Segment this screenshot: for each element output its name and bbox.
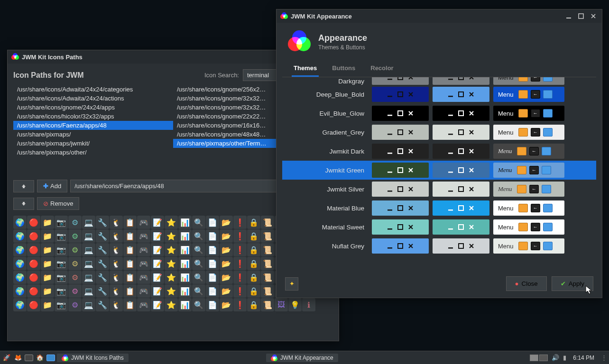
icon-cell[interactable]: 🌍: [13, 271, 27, 284]
move-up-button[interactable]: [13, 180, 34, 192]
icon-cell[interactable]: ⭐: [165, 243, 178, 256]
path-input[interactable]: [70, 180, 288, 192]
theme-row[interactable]: Jwmkit Silver Menu ←: [282, 180, 596, 199]
icon-cell[interactable]: 📂: [220, 243, 233, 256]
icon-cell[interactable]: 📄: [206, 284, 219, 298]
icon-cell[interactable]: ❗: [233, 243, 247, 256]
icon-cell[interactable]: ⚙: [68, 216, 82, 229]
icon-cell[interactable]: ⭐: [165, 229, 178, 243]
start-menu-icon[interactable]: 🚀: [2, 353, 11, 363]
icon-cell[interactable]: 🔧: [96, 229, 109, 243]
icon-cell[interactable]: 💻: [82, 243, 95, 256]
icon-cell[interactable]: 💻: [82, 271, 95, 284]
icon-cell[interactable]: 📊: [178, 271, 192, 284]
show-desktop-icon[interactable]: [46, 355, 55, 361]
icon-cell[interactable]: 📝: [151, 284, 164, 298]
icon-cell[interactable]: 📜: [261, 229, 274, 243]
icon-cell[interactable]: 📝: [151, 229, 164, 243]
icon-cell[interactable]: 📜: [261, 243, 274, 256]
taskbar-item-icons-paths[interactable]: JWM Kit Icons Paths: [57, 354, 129, 362]
icon-cell[interactable]: 📁: [41, 298, 54, 311]
clock[interactable]: 6:14 PM: [570, 355, 597, 361]
icon-cell[interactable]: 📜: [261, 216, 274, 229]
path-item[interactable]: /usr/share/icons/Adwaita/24x24/actions: [13, 94, 173, 103]
icon-cell[interactable]: 📜: [261, 298, 274, 311]
icon-cell[interactable]: 🎮: [137, 271, 150, 284]
theme-row[interactable]: Material Sweet Menu ←: [282, 218, 596, 237]
battery-icon[interactable]: ▮: [563, 354, 566, 361]
icon-cell[interactable]: 🔧: [96, 243, 109, 256]
icon-cell[interactable]: 📁: [41, 229, 54, 243]
path-item[interactable]: /usr/share/icons/Adwaita/24x24/categorie…: [13, 85, 173, 94]
icon-cell[interactable]: 🔧: [96, 216, 109, 229]
theme-row[interactable]: Nuflat Grey Menu ←: [282, 237, 596, 255]
icon-cell[interactable]: 📊: [178, 229, 192, 243]
icon-cell[interactable]: 🎮: [137, 257, 150, 270]
icon-cell[interactable]: 🌍: [13, 298, 27, 311]
icon-cell[interactable]: 📷: [55, 257, 68, 270]
icon-cell[interactable]: 🔴: [27, 257, 40, 270]
icon-cell[interactable]: 🔍: [192, 271, 205, 284]
icon-cell[interactable]: 🔍: [192, 284, 205, 298]
icon-cell[interactable]: 📄: [206, 257, 219, 270]
icon-paths-list-left[interactable]: /usr/share/icons/Adwaita/24x24/categorie…: [13, 85, 173, 175]
tab-buttons[interactable]: Buttons: [330, 61, 357, 77]
icon-cell[interactable]: ❗: [233, 216, 247, 229]
theme-row[interactable]: Deep_Blue_Bold Menu ←: [282, 85, 596, 104]
icon-cell[interactable]: 🐧: [110, 271, 123, 284]
icon-cell[interactable]: 📊: [178, 216, 192, 229]
icon-cell[interactable]: ⭐: [165, 284, 178, 298]
theme-row[interactable]: Jwmkit Green Menu ←: [282, 161, 596, 180]
icon-cell[interactable]: 📄: [206, 229, 219, 243]
icon-cell[interactable]: ℹ: [302, 298, 315, 311]
theme-row[interactable]: Evil_Blue_Glow Menu ←: [282, 104, 596, 123]
icon-cell[interactable]: 📊: [178, 257, 192, 270]
tab-themes[interactable]: Themes: [292, 61, 319, 77]
icon-cell[interactable]: 🔴: [27, 229, 40, 243]
icon-cell[interactable]: ⭐: [165, 298, 178, 311]
icon-cell[interactable]: 💻: [82, 216, 95, 229]
icon-cell[interactable]: 📝: [151, 298, 164, 311]
icon-cell[interactable]: 📊: [178, 243, 192, 256]
icon-cell[interactable]: 📂: [220, 229, 233, 243]
icon-cell[interactable]: 📋: [123, 271, 137, 284]
icon-cell[interactable]: ⭐: [165, 271, 178, 284]
icon-cell[interactable]: 📁: [41, 243, 54, 256]
theme-row[interactable]: Material Blue Menu ←: [282, 199, 596, 218]
icon-cell[interactable]: 📜: [261, 257, 274, 270]
icon-cell[interactable]: 🔒: [247, 257, 260, 270]
icon-cell[interactable]: 📁: [41, 284, 54, 298]
icon-cell[interactable]: ❗: [233, 229, 247, 243]
icon-cell[interactable]: 🔍: [192, 216, 205, 229]
icon-cell[interactable]: 📂: [220, 284, 233, 298]
icon-cell[interactable]: 🐧: [110, 229, 123, 243]
favorite-button[interactable]: ✦: [285, 277, 298, 291]
icon-cell[interactable]: 🔴: [27, 216, 40, 229]
taskbar-item-appearance[interactable]: JWM Kit Appearance: [266, 354, 338, 362]
icon-cell[interactable]: 🎮: [137, 216, 150, 229]
home-icon[interactable]: 🏠: [35, 353, 45, 363]
volume-icon[interactable]: 🔊: [552, 354, 559, 361]
icon-cell[interactable]: 🔒: [247, 216, 260, 229]
icon-cell[interactable]: 🔒: [247, 271, 260, 284]
icon-cell[interactable]: 🌍: [13, 243, 27, 256]
minimize-button[interactable]: [564, 11, 573, 21]
icon-cell[interactable]: 🐧: [110, 216, 123, 229]
icon-cell[interactable]: 📷: [55, 216, 68, 229]
path-item[interactable]: /usr/share/pixmaps/other/: [13, 148, 173, 157]
icon-cell[interactable]: 🔴: [27, 271, 40, 284]
icon-cell[interactable]: 🔴: [27, 284, 40, 298]
icon-cell[interactable]: 📂: [220, 271, 233, 284]
move-down-button[interactable]: [13, 198, 34, 210]
icon-cell[interactable]: 🐧: [110, 257, 123, 270]
icon-cell[interactable]: 🔍: [192, 243, 205, 256]
icon-cell[interactable]: 🐧: [110, 298, 123, 311]
path-item[interactable]: /usr/share/icons/Faenza/apps/48: [13, 121, 173, 130]
icon-cell[interactable]: 📄: [206, 243, 219, 256]
icon-cell[interactable]: 🎮: [137, 243, 150, 256]
maximize-button[interactable]: [576, 11, 586, 21]
icon-cell[interactable]: 📂: [220, 257, 233, 270]
icon-cell[interactable]: 💻: [82, 229, 95, 243]
icon-cell[interactable]: ❗: [233, 298, 247, 311]
icon-cell[interactable]: 💻: [82, 298, 95, 311]
